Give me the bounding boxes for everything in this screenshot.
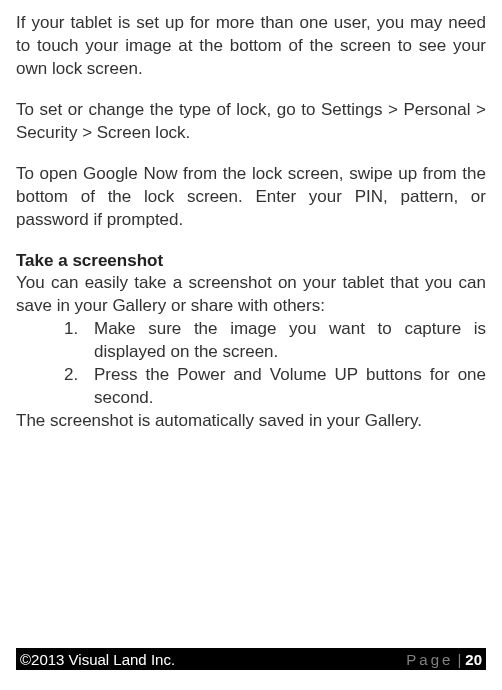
heading-take-screenshot: Take a screenshot	[16, 250, 486, 273]
list-item: Press the Power and Volume UP buttons fo…	[16, 364, 486, 410]
footer-page-number: 20	[465, 651, 482, 668]
paragraph-google-now: To open Google Now from the lock screen,…	[16, 163, 486, 232]
footer-page-label: Page	[406, 651, 453, 668]
page-footer: ©2013 Visual Land Inc. Page | 20	[16, 648, 486, 670]
steps-list: Make sure the image you want to capture …	[16, 318, 486, 410]
paragraph-set-lock: To set or change the type of lock, go to…	[16, 99, 486, 145]
list-item: Make sure the image you want to capture …	[16, 318, 486, 364]
paragraph-multiuser: If your tablet is set up for more than o…	[16, 12, 486, 81]
footer-page: Page | 20	[406, 651, 482, 668]
paragraph-screenshot-intro: You can easily take a screenshot on your…	[16, 272, 486, 318]
paragraph-saved-gallery: The screenshot is automatically saved in…	[16, 410, 486, 433]
footer-page-separator: |	[457, 651, 461, 668]
footer-copyright: ©2013 Visual Land Inc.	[20, 651, 175, 668]
